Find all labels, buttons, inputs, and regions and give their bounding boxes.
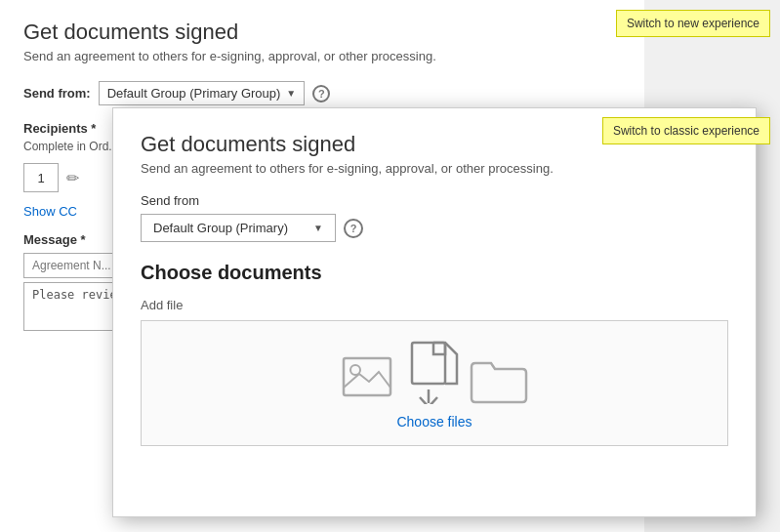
modal-help-icon[interactable]: ? bbox=[344, 219, 363, 238]
bg-chevron-down-icon: ▼ bbox=[286, 88, 296, 99]
bg-page-subtitle: Send an agreement to others for e-signin… bbox=[23, 49, 621, 63]
modal-send-from-dropdown[interactable]: Default Group (Primary) ▼ bbox=[141, 214, 336, 242]
bg-send-from-value: Default Group (Primary Group) bbox=[107, 86, 281, 101]
bg-edit-icon[interactable]: ✏ bbox=[66, 169, 79, 187]
switch-new-experience-label: Switch to new experience bbox=[627, 17, 759, 30]
bg-help-icon[interactable]: ? bbox=[312, 85, 330, 102]
modal-send-from-row: Default Group (Primary) ▼ ? bbox=[141, 214, 728, 242]
modal-help-icon-label: ? bbox=[350, 223, 357, 234]
bg-order-number: 1 bbox=[23, 163, 59, 192]
switch-classic-experience-button[interactable]: Switch to classic experience bbox=[602, 117, 770, 144]
modal-send-from-label: Send from bbox=[141, 193, 728, 208]
bg-send-from-label: Send from: bbox=[23, 86, 91, 101]
modal-subtitle: Send an agreement to others for e-signin… bbox=[141, 161, 728, 176]
folder-icon bbox=[470, 355, 528, 404]
bg-page-title: Get documents signed bbox=[23, 20, 621, 45]
upload-icon bbox=[408, 341, 462, 404]
choose-files-link[interactable]: Choose files bbox=[396, 414, 472, 430]
new-experience-modal: Get documents signed Send an agreement t… bbox=[112, 107, 757, 517]
switch-new-experience-button[interactable]: Switch to new experience bbox=[616, 10, 770, 37]
file-drop-icons bbox=[342, 341, 528, 404]
bg-send-from-row: Send from: Default Group (Primary Group)… bbox=[23, 81, 621, 105]
svg-rect-2 bbox=[412, 343, 445, 384]
switch-classic-experience-label: Switch to classic experience bbox=[613, 124, 759, 138]
image-icon bbox=[342, 350, 400, 404]
modal-send-from-value: Default Group (Primary) bbox=[153, 221, 288, 235]
file-drop-zone[interactable]: Choose files bbox=[141, 320, 728, 446]
bg-send-from-dropdown[interactable]: Default Group (Primary Group) ▼ bbox=[99, 81, 306, 105]
modal-chevron-down-icon: ▼ bbox=[313, 223, 323, 233]
modal-send-from-section: Send from Default Group (Primary) ▼ ? bbox=[141, 193, 728, 242]
choose-documents-heading: Choose documents bbox=[141, 262, 728, 284]
add-file-label: Add file bbox=[141, 298, 728, 312]
